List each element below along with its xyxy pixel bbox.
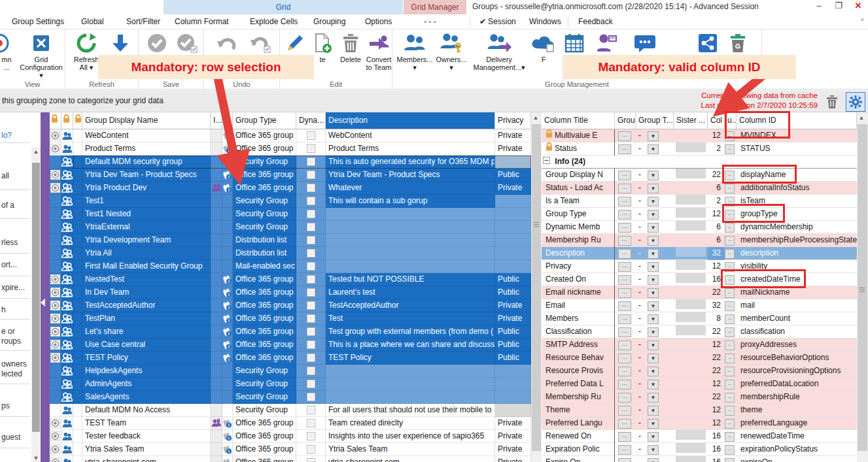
ellipsis-button[interactable]: ·· bbox=[725, 288, 735, 298]
tab-options[interactable]: Options bbox=[365, 14, 392, 29]
dynamic-membership-cell[interactable] bbox=[296, 221, 326, 234]
privacy-cell[interactable] bbox=[495, 221, 531, 234]
group-display-name-cell[interactable]: Default MDM security group bbox=[82, 156, 211, 169]
group-display-name-cell[interactable]: TEST Policy bbox=[82, 352, 211, 365]
dropdown-icon[interactable]: ▼ bbox=[648, 432, 659, 442]
cm-grouping-cell[interactable]: ··· bbox=[615, 365, 636, 378]
cm-grouping-cell[interactable]: ··· bbox=[615, 142, 636, 156]
dropdown-icon[interactable]: ▼ bbox=[648, 354, 659, 363]
group-display-name-cell[interactable]: TestAcceptedAuthor bbox=[82, 299, 211, 312]
privacy-cell[interactable]: Private bbox=[495, 182, 531, 195]
cm-grouping-cell[interactable]: ··· bbox=[615, 299, 636, 312]
ellipsis-button[interactable]: ·· bbox=[725, 406, 735, 416]
sidebar-item[interactable]: all bbox=[0, 171, 31, 181]
collapse-ribbon-icon[interactable]: ^ bbox=[861, 17, 864, 25]
ellipsis-button[interactable]: ··· bbox=[618, 406, 631, 416]
dropdown-icon[interactable]: ▼ bbox=[648, 262, 659, 272]
dynamic-membership-cell[interactable] bbox=[296, 299, 326, 312]
description-cell[interactable]: This is auto generated security for O365… bbox=[326, 156, 495, 169]
ellipsis-button[interactable]: ·· bbox=[725, 275, 735, 285]
group-display-name-cell[interactable]: Tester feedback bbox=[82, 430, 211, 443]
dynamic-membership-cell[interactable] bbox=[296, 182, 326, 195]
description-cell[interactable]: Product Terms bbox=[326, 142, 495, 156]
cm-group-total-cell[interactable]: -▼ bbox=[636, 286, 674, 299]
group-type-cell[interactable]: Office 365 group bbox=[233, 430, 296, 443]
description-cell[interactable]: Team created direclty bbox=[326, 417, 495, 430]
group-type-cell[interactable]: Security Group bbox=[233, 378, 296, 391]
cm-width-cell[interactable]: 22 bbox=[708, 325, 725, 338]
ellipsis-button[interactable]: ·· bbox=[725, 131, 735, 141]
cm-column-title[interactable]: Resource Provis bbox=[542, 365, 615, 378]
group-display-name-cell[interactable]: Ytria Sales Team bbox=[82, 443, 211, 456]
cm-grouping-cell[interactable]: ··· bbox=[615, 247, 636, 260]
cm-group-total-cell[interactable]: -▼ bbox=[636, 221, 674, 234]
row-select-cell[interactable] bbox=[50, 247, 61, 260]
column-partial-button[interactable]: mn ... bbox=[0, 32, 18, 71]
group-type-cell[interactable]: Office 365 group bbox=[233, 352, 296, 365]
description-cell[interactable]: Tested but NOT POSSIBLE bbox=[326, 273, 495, 286]
save-check-options-button[interactable] bbox=[173, 32, 201, 56]
tab-explode-cells[interactable]: Explode Cells bbox=[250, 14, 298, 29]
grid-config-button[interactable]: Grid Configuration ▾ bbox=[20, 32, 63, 79]
maximize-button[interactable]: ❐ bbox=[829, 0, 848, 13]
cm-ellipsis-cell[interactable]: ·· bbox=[725, 299, 737, 312]
privacy-cell[interactable]: Private bbox=[495, 312, 531, 325]
group-type-cell[interactable]: Office 365 group bbox=[233, 325, 296, 338]
dropdown-icon[interactable]: ▼ bbox=[648, 275, 659, 285]
cm-grouping-cell[interactable]: ··· bbox=[615, 273, 636, 286]
ellipsis-button[interactable]: ··· bbox=[618, 445, 631, 455]
cm-column-id-cell[interactable]: visibility bbox=[737, 260, 857, 273]
cm-column-title[interactable]: Status bbox=[542, 142, 615, 156]
row-select-cell[interactable] bbox=[50, 378, 61, 391]
members-button[interactable]: Members... ▾ bbox=[396, 32, 433, 71]
description-cell[interactable] bbox=[326, 208, 495, 221]
group-type-cell[interactable]: Security Group bbox=[233, 365, 296, 378]
sidebar-item[interactable]: rless bbox=[0, 238, 31, 248]
ellipsis-button[interactable]: ··· bbox=[618, 354, 631, 363]
description-cell[interactable]: Insights into the user experience of sap… bbox=[326, 430, 495, 443]
cm-column-title[interactable]: Email bbox=[542, 299, 615, 312]
cm-ellipsis-cell[interactable]: ·· bbox=[725, 352, 737, 365]
delivery-button[interactable]: Delivery Management...▾ bbox=[471, 32, 527, 71]
dynamic-membership-cell[interactable] bbox=[296, 378, 326, 391]
recycle-button[interactable]: ♻ bbox=[723, 32, 752, 56]
group-type-cell[interactable]: Office 365 group bbox=[233, 169, 296, 182]
cm-ellipsis-cell[interactable]: ·· bbox=[725, 260, 737, 273]
row-select-cell[interactable] bbox=[50, 286, 61, 299]
dynamic-membership-cell[interactable] bbox=[296, 443, 326, 456]
cm-grouping-cell[interactable]: ··· bbox=[615, 325, 636, 338]
cm-width-cell[interactable]: 22 bbox=[708, 286, 725, 299]
ellipsis-button[interactable]: ·· bbox=[725, 210, 735, 220]
row-select-cell[interactable] bbox=[50, 129, 61, 142]
undo-button[interactable] bbox=[211, 32, 242, 56]
tab-windows[interactable]: Windows bbox=[529, 14, 561, 29]
cm-group-total-cell[interactable]: -▼ bbox=[636, 365, 674, 378]
privacy-cell[interactable] bbox=[495, 234, 531, 247]
ellipsis-button[interactable]: ·· bbox=[725, 458, 735, 462]
cm-group-total-cell[interactable]: -▼ bbox=[636, 391, 674, 404]
group-type-cell[interactable]: Security Group bbox=[233, 404, 296, 417]
privacy-cell[interactable] bbox=[495, 378, 531, 391]
ellipsis-button[interactable]: ··· bbox=[618, 144, 631, 154]
description-cell[interactable] bbox=[326, 260, 495, 273]
cm-column-title[interactable]: Created On bbox=[542, 273, 615, 286]
tab-sort-filter[interactable]: Sort/Filter bbox=[126, 14, 160, 29]
ellipsis-button[interactable]: ·· bbox=[725, 445, 735, 455]
group-type-cell[interactable]: Security Group bbox=[233, 208, 296, 221]
chat-button[interactable] bbox=[629, 32, 661, 56]
close-button[interactable]: ✕ bbox=[848, 0, 868, 13]
cm-group-total-cell[interactable]: -▼ bbox=[636, 247, 674, 260]
cm-column-title[interactable]: Email nickname bbox=[542, 286, 615, 299]
cm-grouping-cell[interactable]: ··· bbox=[615, 195, 636, 208]
group-display-name-cell[interactable]: TestPlan bbox=[82, 312, 211, 325]
group-display-name-cell[interactable]: Test1 Nested bbox=[82, 208, 211, 221]
ellipsis-button[interactable]: ·· bbox=[725, 327, 735, 337]
description-cell[interactable]: Whatever bbox=[326, 182, 495, 195]
cm-column-title[interactable]: Renewed On bbox=[542, 430, 615, 443]
dynamic-membership-cell[interactable] bbox=[296, 247, 326, 260]
dropdown-icon[interactable]: ▼ bbox=[648, 419, 659, 429]
sidebar-item[interactable]: ps bbox=[0, 401, 31, 411]
cm-column-id-cell[interactable]: preferredLanguage bbox=[737, 417, 857, 430]
row-select-cell[interactable] bbox=[50, 221, 61, 234]
description-cell[interactable] bbox=[326, 221, 495, 234]
